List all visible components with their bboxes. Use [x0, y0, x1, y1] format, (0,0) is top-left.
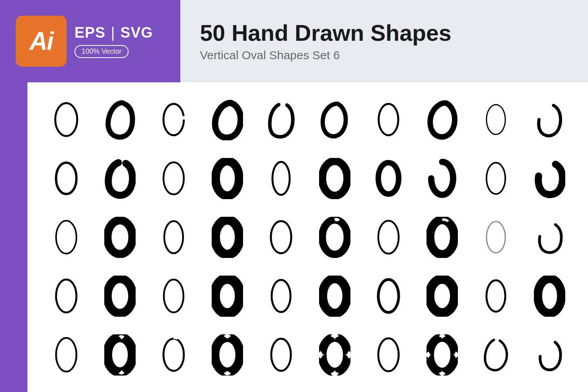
- list-item: [361, 267, 415, 325]
- list-item: [200, 325, 254, 384]
- list-item: [254, 149, 308, 208]
- svg-point-1: [163, 104, 184, 135]
- list-item: [361, 208, 415, 267]
- list-item: [254, 325, 308, 384]
- list-item: [523, 208, 576, 267]
- svg-point-3: [486, 105, 505, 134]
- list-item: [523, 325, 576, 384]
- list-item: [308, 267, 361, 325]
- list-item: [415, 208, 469, 267]
- shapes-grid: [27, 82, 588, 392]
- list-item: [39, 208, 93, 267]
- svg-point-9: [378, 221, 399, 254]
- svg-point-18: [378, 338, 399, 371]
- ai-logo-text: Ai: [29, 27, 53, 56]
- format-types: EPS | SVG: [74, 24, 153, 41]
- list-item: [147, 267, 200, 325]
- svg-point-17: [271, 339, 291, 371]
- list-item: [93, 267, 147, 325]
- list-item: [523, 267, 576, 325]
- svg-point-13: [272, 280, 290, 312]
- list-item: [469, 90, 523, 149]
- format-divider: |: [111, 24, 115, 41]
- svg-point-7: [56, 221, 76, 254]
- svg-point-12: [164, 279, 183, 312]
- svg-point-6: [486, 163, 505, 194]
- list-item: [93, 149, 147, 208]
- svg-point-15: [486, 280, 505, 312]
- list-item: [200, 90, 254, 149]
- list-item: [361, 149, 415, 208]
- list-item: [39, 90, 93, 149]
- list-item: [469, 149, 523, 208]
- svg-point-5: [272, 162, 290, 195]
- list-item: [361, 325, 415, 384]
- svg-point-4: [163, 162, 184, 194]
- list-item: [147, 149, 200, 208]
- content-area: [0, 82, 588, 392]
- list-item: [308, 325, 361, 384]
- list-item: [415, 149, 469, 208]
- list-item: [93, 325, 147, 384]
- top-bar: Ai EPS | SVG 100% Vector 50 Hand Drawn S…: [0, 0, 588, 82]
- list-item: [147, 90, 200, 149]
- format-svg: SVG: [120, 24, 153, 41]
- format-info: EPS | SVG 100% Vector: [74, 24, 153, 58]
- list-item: [147, 208, 200, 267]
- svg-point-11: [56, 279, 76, 312]
- list-item: [93, 90, 147, 149]
- list-item: [200, 267, 254, 325]
- list-item: [200, 149, 254, 208]
- list-item: [523, 149, 576, 208]
- list-item: [200, 208, 254, 267]
- list-item: [39, 267, 93, 325]
- list-item: [361, 90, 415, 149]
- list-item: [415, 267, 469, 325]
- list-item: [147, 325, 200, 384]
- top-right-panel: 50 Hand Drawn Shapes Vertical Oval Shape…: [180, 0, 588, 82]
- list-item: [469, 267, 523, 325]
- top-left-panel: Ai EPS | SVG 100% Vector: [0, 0, 180, 82]
- svg-point-2: [379, 104, 398, 135]
- svg-point-10: [486, 221, 505, 253]
- svg-point-0: [55, 103, 77, 136]
- list-item: [308, 149, 361, 208]
- format-eps: EPS: [74, 24, 105, 41]
- list-item: [39, 325, 93, 384]
- list-item: [254, 208, 308, 267]
- svg-point-8: [164, 221, 183, 253]
- list-item: [308, 208, 361, 267]
- list-item: [254, 267, 308, 325]
- ai-logo: Ai: [16, 16, 67, 67]
- list-item: [415, 90, 469, 149]
- list-item: [93, 208, 147, 267]
- list-item: [254, 90, 308, 149]
- list-item: [39, 149, 93, 208]
- list-item: [308, 90, 361, 149]
- list-item: [523, 90, 576, 149]
- sub-title: Vertical Oval Shapes Set 6: [200, 49, 568, 62]
- svg-point-16: [56, 338, 76, 372]
- list-item: [415, 325, 469, 384]
- svg-point-14: [378, 279, 399, 312]
- vector-badge: 100% Vector: [74, 45, 129, 58]
- list-item: [469, 208, 523, 267]
- list-item: [469, 325, 523, 384]
- left-stripe: [0, 82, 27, 392]
- main-title: 50 Hand Drawn Shapes: [200, 20, 568, 45]
